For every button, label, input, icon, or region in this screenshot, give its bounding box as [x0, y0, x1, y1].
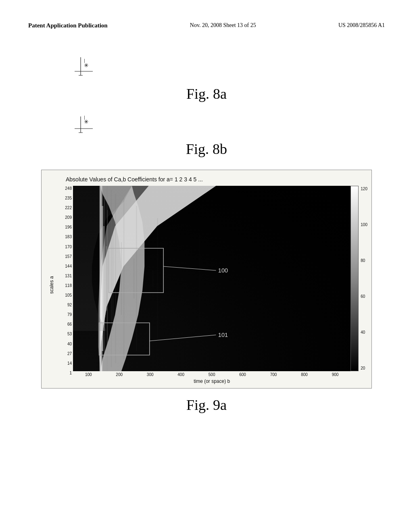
fig-8a-diagram: ✳ | [73, 53, 105, 81]
x-tick: 300 [147, 372, 154, 377]
colorbar-ticks: 120 100 80 60 40 20 [361, 186, 367, 371]
y-tick: 27 [58, 352, 72, 356]
y-axis-ticks: 248 235 222 209 196 183 170 157 144 131 … [58, 186, 73, 384]
main-content: ✳ | Fig. 8a ✳ | Fig. 8b Absol [0, 37, 413, 430]
chart-container: Absolute Values of Ca,b Coefficients for… [41, 170, 372, 389]
x-tick: 200 [116, 372, 123, 377]
y-tick: 209 [58, 216, 72, 220]
fig-8b-section: ✳ | Fig. 8b [28, 112, 385, 162]
y-tick: 53 [58, 332, 72, 336]
colorbar-tick: 80 [361, 258, 367, 263]
y-tick: 14 [58, 362, 72, 366]
y-tick: 118 [58, 284, 72, 288]
fig-8b-diagram: ✳ | [73, 112, 105, 137]
svg-rect-40 [73, 186, 350, 371]
svg-text:✳: ✳ [84, 62, 89, 69]
y-tick: 235 [58, 196, 72, 200]
svg-text:|: | [84, 115, 85, 120]
y-tick: 222 [58, 206, 72, 210]
fig-8b-label: Fig. 8b [186, 141, 227, 158]
chart-title: Absolute Values of Ca,b Coefficients for… [46, 176, 367, 183]
y-tick: 144 [58, 264, 72, 268]
y-tick: 170 [58, 245, 72, 249]
fig-8a-label: Fig. 8a [186, 85, 227, 102]
x-tick: 600 [239, 372, 246, 377]
y-axis-label: scales a [46, 186, 58, 384]
y-tick: 1 [58, 371, 72, 375]
fig-9a-label: Fig. 9a [186, 397, 227, 414]
y-tick: 248 [58, 187, 72, 191]
patent-number: US 2008/285856 A1 [338, 22, 385, 29]
y-tick: 196 [58, 225, 72, 229]
y-tick: 40 [58, 342, 72, 346]
y-tick: 105 [58, 293, 72, 297]
page: Patent Application Publication Nov. 20, … [0, 0, 413, 532]
x-tick: 700 [270, 372, 277, 377]
sheet-info: Nov. 20, 2008 Sheet 13 of 25 [190, 22, 256, 29]
y-tick: 157 [58, 255, 72, 259]
y-tick: 66 [58, 322, 72, 326]
x-axis-ticks: 100 200 300 400 500 600 700 800 900 [73, 371, 350, 377]
colorbar-tick: 40 [361, 330, 367, 335]
x-tick: 500 [209, 372, 215, 377]
colorbar-tick: 60 [361, 294, 367, 299]
x-tick: 100 [85, 372, 92, 377]
publication-label: Patent Application Publication [28, 22, 108, 29]
x-axis-label: time (or space) b [73, 377, 350, 384]
y-tick: 131 [58, 274, 72, 278]
chart-area: scales a 248 235 222 209 196 183 170 157… [46, 186, 367, 384]
colorbar-tick: 20 [361, 366, 367, 370]
x-tick: 900 [332, 372, 339, 377]
y-tick: 183 [58, 235, 72, 239]
svg-text:|: | [84, 58, 85, 63]
x-tick: 400 [177, 372, 184, 377]
fig-9a-section: Absolute Values of Ca,b Coefficients for… [28, 170, 385, 418]
header: Patent Application Publication Nov. 20, … [0, 0, 413, 37]
x-tick: 800 [301, 372, 308, 377]
colorbar [350, 186, 359, 371]
scalogram-plot: 100 101 [73, 186, 350, 371]
colorbar-tick: 120 [361, 187, 367, 191]
fig-8a-section: ✳ | Fig. 8a [28, 53, 385, 106]
y-tick: 79 [58, 313, 72, 317]
colorbar-right: 120 100 80 60 40 20 [350, 186, 367, 371]
colorbar-tick: 100 [361, 222, 367, 227]
chart-plot-wrapper: 100 101 100 [73, 186, 350, 384]
scalogram-svg: 100 101 [73, 186, 350, 371]
y-tick: 92 [58, 303, 72, 307]
